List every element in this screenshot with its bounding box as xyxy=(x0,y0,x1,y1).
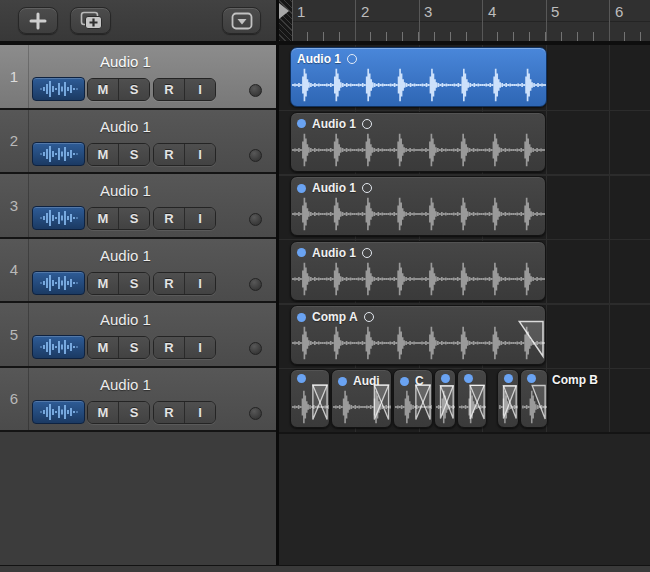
take-dot-icon[interactable] xyxy=(297,248,306,257)
crossfade-icon[interactable] xyxy=(291,370,329,427)
audio-track-icon[interactable] xyxy=(32,400,85,424)
track-header-options-button[interactable] xyxy=(222,7,261,34)
crossfade-icon[interactable] xyxy=(498,370,518,427)
track-name[interactable]: Audio 1 xyxy=(100,118,151,135)
comp-clip-6[interactable] xyxy=(497,369,519,428)
comp-clip-5[interactable] xyxy=(457,369,487,428)
plus-icon xyxy=(28,11,48,31)
ruler-beat-ticks xyxy=(292,32,650,41)
audio-region-track5-comp-a[interactable]: Comp A xyxy=(290,305,546,365)
solo-button[interactable]: S xyxy=(118,144,149,165)
crossfade-icon[interactable] xyxy=(394,370,432,427)
mute-button[interactable]: M xyxy=(88,79,118,100)
fade-out-handle[interactable] xyxy=(521,370,547,427)
record-enable-button[interactable]: R xyxy=(154,208,184,229)
mute-button[interactable]: M xyxy=(88,144,118,165)
waveform xyxy=(292,64,547,106)
track-name[interactable]: Audio 1 xyxy=(100,311,151,328)
take-dot-icon[interactable] xyxy=(297,119,306,128)
track-activity-indicator xyxy=(249,278,262,291)
take-dot-icon[interactable] xyxy=(297,184,306,193)
bar-number: 5 xyxy=(551,3,559,20)
take-circle-icon[interactable] xyxy=(362,183,372,193)
solo-button[interactable]: S xyxy=(118,402,149,423)
track-header-3[interactable]: 3 Audio 1 M S R I xyxy=(0,174,276,239)
comp-clip-3[interactable]: C xyxy=(393,369,433,428)
audio-track-icon[interactable] xyxy=(32,206,85,230)
add-track-button[interactable] xyxy=(18,7,58,34)
solo-button[interactable]: S xyxy=(118,337,149,358)
comp-clip-1[interactable] xyxy=(290,369,330,428)
crossfade-icon[interactable] xyxy=(458,370,486,427)
barline-3 xyxy=(419,0,420,41)
comp-clip-4[interactable] xyxy=(434,369,456,428)
take-circle-icon[interactable] xyxy=(362,248,372,258)
empty-lane-area[interactable] xyxy=(279,432,650,572)
track-name[interactable]: Audio 1 xyxy=(100,182,151,199)
audio-track-icon[interactable] xyxy=(32,335,85,359)
track-activity-indicator xyxy=(249,213,262,226)
duplicate-track-button[interactable] xyxy=(70,7,111,34)
track-number: 6 xyxy=(0,368,29,431)
audio-track-icon[interactable] xyxy=(32,271,85,295)
input-monitor-button[interactable]: I xyxy=(184,208,215,229)
fade-out-handle[interactable] xyxy=(291,306,545,364)
mute-button[interactable]: M xyxy=(88,273,118,294)
track-activity-indicator xyxy=(249,149,262,162)
crossfade-icon[interactable] xyxy=(332,370,391,427)
input-monitor-button[interactable]: I xyxy=(184,79,215,100)
track-number: 1 xyxy=(0,45,29,108)
track-header-4[interactable]: 4 Audio 1 M S R I xyxy=(0,239,276,304)
mute-button[interactable]: M xyxy=(88,402,118,423)
comp-clip-2[interactable]: Audi xyxy=(331,369,392,428)
lane-divider xyxy=(279,110,650,112)
take-circle-icon[interactable] xyxy=(347,54,357,64)
track-number: 5 xyxy=(0,303,29,366)
track-header-6[interactable]: 6 Audio 1 M S R I xyxy=(0,368,276,433)
audio-track-icon[interactable] xyxy=(32,77,85,101)
bar-number: 3 xyxy=(424,3,432,20)
input-monitor-button[interactable]: I xyxy=(184,273,215,294)
barline-4 xyxy=(482,0,483,41)
crossfade-icon[interactable] xyxy=(435,370,455,427)
audio-track-icon[interactable] xyxy=(32,142,85,166)
bar-number: 6 xyxy=(615,3,623,20)
comp-clip-7[interactable] xyxy=(520,369,548,428)
track-header-1[interactable]: 1 Audio 1 M S R I xyxy=(0,45,276,110)
track-header-5[interactable]: 5 Audio 1 M S R I xyxy=(0,303,276,368)
track-number: 2 xyxy=(0,110,29,173)
record-enable-button[interactable]: R xyxy=(154,144,184,165)
track-name[interactable]: Audio 1 xyxy=(100,53,151,70)
record-enable-button[interactable]: R xyxy=(154,402,184,423)
mute-button[interactable]: M xyxy=(88,208,118,229)
comp-clip-overflow-label: Comp B xyxy=(552,373,598,387)
input-monitor-button[interactable]: I xyxy=(184,402,215,423)
input-monitor-button[interactable]: I xyxy=(184,144,215,165)
lane-divider xyxy=(279,239,650,241)
mute-button[interactable]: M xyxy=(88,337,118,358)
track-activity-indicator xyxy=(249,342,262,355)
solo-button[interactable]: S xyxy=(118,208,149,229)
audio-region-track4[interactable]: Audio 1 xyxy=(290,241,546,301)
waveform xyxy=(292,193,546,235)
solo-button[interactable]: S xyxy=(118,273,149,294)
audio-region-track3[interactable]: Audio 1 xyxy=(290,176,546,236)
box-down-arrow-icon xyxy=(230,11,254,31)
track-name[interactable]: Audio 1 xyxy=(100,247,151,264)
solo-button[interactable]: S xyxy=(118,79,149,100)
input-monitor-button[interactable]: I xyxy=(184,337,215,358)
record-enable-button[interactable]: R xyxy=(154,273,184,294)
take-circle-icon[interactable] xyxy=(362,119,372,129)
track-activity-indicator xyxy=(249,84,262,97)
bar-number: 2 xyxy=(361,3,369,20)
record-enable-button[interactable]: R xyxy=(154,337,184,358)
bar-number: 4 xyxy=(488,3,496,20)
audio-region-track1[interactable]: Audio 1 xyxy=(290,47,547,107)
track-name[interactable]: Audio 1 xyxy=(100,376,151,393)
track-header-2[interactable]: 2 Audio 1 M S R I xyxy=(0,110,276,175)
playhead-marker[interactable] xyxy=(279,3,289,19)
audio-region-track2[interactable]: Audio 1 xyxy=(290,112,546,172)
track-activity-indicator xyxy=(249,407,262,420)
record-enable-button[interactable]: R xyxy=(154,79,184,100)
ruler-split-line xyxy=(279,21,650,22)
